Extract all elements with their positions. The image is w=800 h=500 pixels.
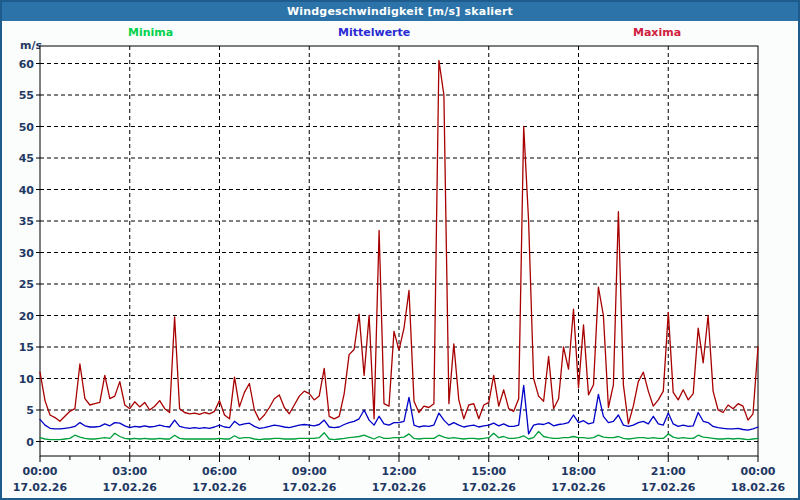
wind-speed-chart-window: Windgeschwindigkeit [m/s] skaliert Minim… xyxy=(0,0,800,500)
x-tick-date-label: 17.02.26 xyxy=(372,481,427,494)
x-tick-date-label: 17.02.26 xyxy=(13,481,68,494)
y-tick-label: 30 xyxy=(19,247,35,260)
y-tick-label: 0 xyxy=(26,436,34,449)
x-tick-time-label: 03:00 xyxy=(112,465,147,478)
x-tick-time-label: 21:00 xyxy=(651,465,686,478)
x-tick-date-label: 17.02.26 xyxy=(192,481,247,494)
x-tick-time-label: 00:00 xyxy=(22,465,57,478)
x-tick-date-label: 17.02.26 xyxy=(103,481,158,494)
x-tick-date-label: 18.02.26 xyxy=(731,481,786,494)
x-tick-date-label: 17.02.26 xyxy=(551,481,606,494)
x-tick-time-label: 06:00 xyxy=(202,465,237,478)
y-tick-label: 15 xyxy=(19,341,34,354)
wind-speed-line-chart: 05101520253035404550556000:0017.02.2603:… xyxy=(2,2,798,498)
x-tick-time-label: 00:00 xyxy=(740,465,775,478)
y-tick-label: 45 xyxy=(19,152,34,165)
y-tick-label: 35 xyxy=(19,215,34,228)
y-tick-label: 40 xyxy=(19,184,35,197)
x-tick-date-label: 17.02.26 xyxy=(282,481,337,494)
y-tick-label: 55 xyxy=(19,89,34,102)
x-tick-time-label: 15:00 xyxy=(471,465,506,478)
x-tick-time-label: 12:00 xyxy=(381,465,416,478)
y-tick-label: 60 xyxy=(19,58,35,71)
y-tick-label: 50 xyxy=(19,121,35,134)
x-tick-date-label: 17.02.26 xyxy=(462,481,517,494)
x-tick-time-label: 18:00 xyxy=(561,465,596,478)
x-tick-time-label: 09:00 xyxy=(292,465,327,478)
y-tick-label: 25 xyxy=(19,278,34,291)
x-tick-date-label: 17.02.26 xyxy=(641,481,696,494)
y-tick-label: 20 xyxy=(19,310,35,323)
y-tick-label: 10 xyxy=(19,373,35,386)
y-tick-label: 5 xyxy=(26,404,34,417)
